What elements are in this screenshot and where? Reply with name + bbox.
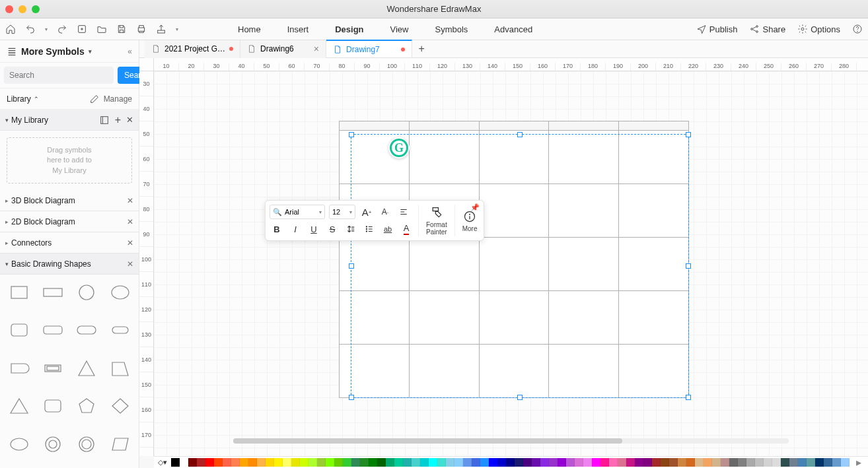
color-swatch[interactable]	[764, 458, 772, 467]
color-swatch[interactable]	[291, 458, 300, 467]
color-swatch[interactable]	[308, 458, 317, 467]
resize-handle-sw[interactable]	[349, 395, 354, 400]
color-swatch[interactable]	[515, 458, 523, 467]
menu-advanced[interactable]: Advanced	[494, 24, 532, 34]
color-swatch[interactable]	[394, 458, 403, 467]
color-swatch[interactable]	[274, 458, 283, 467]
color-swatch[interactable]	[824, 458, 832, 467]
fill-bucket-icon[interactable]: ◇▾	[157, 458, 168, 467]
color-swatch[interactable]	[214, 458, 223, 467]
category-my-library[interactable]: My Library + ✕	[0, 110, 139, 131]
home-icon[interactable]	[5, 24, 16, 34]
add-icon[interactable]: +	[115, 114, 121, 126]
color-swatch[interactable]	[506, 458, 515, 467]
decrease-font-icon[interactable]: A-	[378, 205, 392, 219]
color-swatch[interactable]	[540, 458, 549, 467]
color-swatch[interactable]	[472, 458, 480, 467]
color-swatch[interactable]	[317, 458, 326, 467]
color-swatch[interactable]	[592, 458, 600, 467]
save-icon[interactable]	[116, 24, 127, 34]
color-swatch[interactable]	[575, 458, 583, 467]
shape-10[interactable]	[71, 356, 101, 381]
color-swatch[interactable]	[755, 458, 764, 467]
selection-box[interactable]	[351, 134, 689, 398]
shape-17[interactable]	[38, 432, 67, 457]
resize-handle-se[interactable]	[686, 395, 691, 400]
redo-icon[interactable]	[57, 24, 67, 34]
text-case-icon[interactable]: ab	[380, 222, 395, 236]
color-swatch[interactable]	[489, 458, 497, 467]
print-icon[interactable]	[136, 24, 147, 34]
category-2d-block-diagram[interactable]: 2D Block Diagram✕	[0, 211, 139, 232]
resize-handle-s[interactable]	[517, 395, 523, 400]
menu-symbols[interactable]: Symbols	[435, 24, 468, 34]
menu-insert[interactable]: Insert	[287, 24, 309, 34]
color-swatch[interactable]	[746, 458, 755, 467]
color-swatch[interactable]	[188, 458, 197, 467]
search-input[interactable]	[4, 67, 114, 84]
color-swatch[interactable]	[678, 458, 686, 467]
tab-2021-project-g-[interactable]: 2021 Project G…	[145, 40, 240, 58]
menu-design[interactable]: Design	[335, 24, 363, 34]
align-icon[interactable]	[396, 205, 411, 219]
color-swatch[interactable]	[815, 458, 824, 467]
tab-drawing7[interactable]: Drawing7	[326, 40, 412, 57]
menu-home[interactable]: Home	[238, 24, 261, 34]
color-swatch[interactable]	[609, 458, 618, 467]
color-swatch[interactable]	[429, 458, 437, 467]
tab-drawing6[interactable]: Drawing6×	[240, 40, 326, 58]
color-swatch[interactable]	[618, 458, 626, 467]
resize-handle-ne[interactable]	[686, 132, 691, 137]
color-swatch[interactable]	[480, 458, 489, 467]
color-swatch[interactable]	[351, 458, 360, 467]
color-swatch[interactable]	[283, 458, 291, 467]
color-swatch[interactable]	[558, 458, 566, 467]
dropzone[interactable]: Drag symbols here to add to My Library	[7, 137, 132, 184]
color-swatch[interactable]	[549, 458, 558, 467]
font-select[interactable]: 🔍 Arial ▾	[270, 205, 325, 219]
color-swatch[interactable]	[523, 458, 532, 467]
color-swatch[interactable]	[798, 458, 807, 467]
shape-6[interactable]	[71, 318, 101, 343]
shape-8[interactable]	[4, 356, 34, 381]
color-swatch[interactable]	[600, 458, 609, 467]
resize-handle-n[interactable]	[517, 132, 523, 137]
color-swatch[interactable]	[463, 458, 472, 467]
color-swatch[interactable]	[343, 458, 351, 467]
color-swatch[interactable]	[807, 458, 815, 467]
underline-icon[interactable]: U	[307, 222, 321, 236]
resize-handle-nw[interactable]	[349, 132, 354, 137]
color-swatch[interactable]	[420, 458, 429, 467]
shape-4[interactable]	[4, 318, 34, 343]
line-spacing-icon[interactable]	[344, 222, 358, 236]
shape-9[interactable]	[38, 356, 67, 381]
export-icon[interactable]	[156, 24, 166, 34]
bullet-list-icon[interactable]	[362, 222, 377, 236]
shape-12[interactable]	[4, 393, 34, 418]
color-swatch[interactable]	[729, 458, 738, 467]
color-swatch[interactable]	[171, 458, 180, 467]
color-swatch[interactable]	[454, 458, 463, 467]
color-swatch[interactable]	[841, 458, 850, 467]
color-swatch[interactable]	[180, 458, 188, 467]
color-swatch[interactable]	[738, 458, 746, 467]
close-icon[interactable]: ✕	[127, 196, 133, 205]
new-icon[interactable]	[77, 24, 87, 34]
shape-0[interactable]	[4, 280, 34, 305]
color-swatch[interactable]	[386, 458, 394, 467]
color-swatch[interactable]	[566, 458, 575, 467]
color-swatch[interactable]	[300, 458, 308, 467]
shape-3[interactable]	[105, 280, 135, 305]
color-swatch[interactable]	[721, 458, 729, 467]
more-colors-icon[interactable]: ▸	[852, 456, 865, 468]
color-swatch[interactable]	[583, 458, 592, 467]
close-icon[interactable]: ✕	[127, 238, 133, 248]
category-basic-drawing-shapes[interactable]: Basic Drawing Shapes✕	[0, 253, 139, 275]
color-swatch[interactable]	[437, 458, 446, 467]
color-swatch[interactable]	[334, 458, 343, 467]
strikethrough-icon[interactable]: S	[325, 222, 340, 236]
resize-handle-e[interactable]	[686, 263, 691, 269]
publish-button[interactable]: Publish	[696, 24, 738, 34]
collapse-sidebar-icon[interactable]: «	[127, 47, 132, 56]
color-swatch[interactable]	[326, 458, 334, 467]
